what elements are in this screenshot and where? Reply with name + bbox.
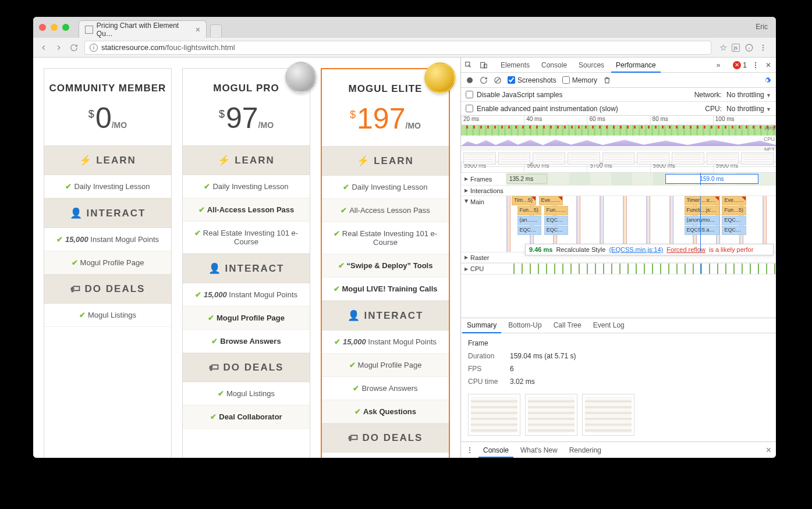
drawer-tab-event-log[interactable]: Event Log xyxy=(587,318,630,333)
clear-icon[interactable] xyxy=(494,76,502,84)
close-window-button[interactable] xyxy=(39,24,46,31)
overview-thumbnail[interactable] xyxy=(707,152,739,165)
disclosure-triangle-icon[interactable]: ▶ xyxy=(464,255,468,260)
frame-label-a[interactable]: 135.2 ms xyxy=(506,174,547,184)
check-icon: ✔ xyxy=(354,407,361,416)
reload-icon[interactable] xyxy=(69,43,79,52)
raster-row[interactable]: ▶Raster xyxy=(461,252,776,263)
network-select[interactable]: No throttling ▼ xyxy=(726,91,771,99)
frame-label-b[interactable]: 159.0 ms xyxy=(665,174,758,184)
error-indicator[interactable]: ✕1 xyxy=(733,61,747,69)
bookmark-icon[interactable]: ☆ xyxy=(719,42,727,53)
overview-thumbnail[interactable] xyxy=(568,152,600,165)
site-info-icon[interactable]: i xyxy=(90,44,98,52)
new-tab-button[interactable] xyxy=(210,24,222,37)
svg-point-15 xyxy=(469,447,470,448)
devtools-tab-performance[interactable]: Performance xyxy=(610,58,662,72)
overview-thumbnail[interactable] xyxy=(533,152,565,165)
close-drawer-icon[interactable]: × xyxy=(766,445,771,455)
paint-checkbox[interactable] xyxy=(466,105,473,112)
flame-entry[interactable]: Fun…35) xyxy=(544,206,569,215)
section-head: ⚡LEARN xyxy=(183,145,310,175)
interactions-row[interactable]: ▶Interactions xyxy=(461,186,776,196)
console-drawer-tab-what-s-new[interactable]: What's New xyxy=(515,443,563,457)
url-field[interactable]: i staticresource.com/fouc-lightswitch.ht… xyxy=(84,41,711,55)
drawer-tab-summary[interactable]: Summary xyxy=(461,318,502,333)
overview-thumbnail[interactable] xyxy=(637,152,669,165)
overview-thumbnail[interactable] xyxy=(672,152,704,165)
zoom-window-button[interactable] xyxy=(62,24,69,31)
drawer-tab-bottom-up[interactable]: Bottom-Up xyxy=(502,318,547,333)
overview-thumbnail[interactable] xyxy=(741,152,774,165)
overview-timeline[interactable]: 20 ms40 ms60 ms80 ms100 ms FPS CPU NET xyxy=(461,116,776,162)
close-devtools-icon[interactable]: ✕ xyxy=(764,61,772,69)
flame-entry[interactable]: Functi…js:35) xyxy=(685,206,719,215)
devtools-menu-icon[interactable] xyxy=(751,61,760,69)
flame-entry[interactable]: (an…us) xyxy=(517,216,542,225)
memory-toggle[interactable]: Memory xyxy=(562,76,597,84)
drawer-menu-icon[interactable] xyxy=(466,446,474,454)
devtools-tab-elements[interactable]: Elements xyxy=(495,58,536,72)
close-tab-icon[interactable]: × xyxy=(196,25,200,34)
forward-icon[interactable] xyxy=(54,43,63,52)
cpu-row[interactable]: ▶CPU xyxy=(461,263,776,275)
screenshots-toggle[interactable]: Screenshots xyxy=(508,76,556,84)
disclosure-triangle-icon[interactable]: ▶ xyxy=(464,266,468,272)
extension-info-icon[interactable] xyxy=(744,43,754,52)
flame-entry[interactable]: Eve…ze) xyxy=(539,196,563,205)
disclosure-triangle-icon[interactable]: ▶ xyxy=(464,200,469,203)
main-row[interactable]: ▶Main Tim…5)Eve…ze)Fun…5)Fun…35)(an…us)E… xyxy=(461,196,776,252)
frames-row[interactable]: ▶Frames 135.2 ms 159.0 ms xyxy=(461,173,776,186)
summary-thumb[interactable] xyxy=(525,394,577,436)
cpu-select[interactable]: No throttling ▼ xyxy=(726,105,771,113)
memory-checkbox[interactable] xyxy=(562,76,570,84)
reload-record-icon[interactable] xyxy=(480,76,488,84)
overflow-tabs[interactable]: » xyxy=(711,58,726,72)
summary-thumb[interactable] xyxy=(582,394,634,436)
flame-chart[interactable]: 5500 ms5600 ms5700 ms5800 ms5900 ms ▶Fra… xyxy=(461,162,776,318)
check-icon: ✔ xyxy=(349,361,356,369)
console-drawer-tab-rendering[interactable]: Rendering xyxy=(563,443,607,457)
flame-entry[interactable]: EQC…tle xyxy=(544,216,569,225)
disable-js-checkbox[interactable] xyxy=(466,91,473,98)
overview-thumbnail[interactable] xyxy=(463,152,496,165)
flame-entry[interactable]: Fun…5) xyxy=(722,206,746,215)
ruler-tick: 40 ms xyxy=(524,116,587,124)
flame-entry[interactable]: Fun…5) xyxy=(517,206,542,215)
devtools-tab-console[interactable]: Console xyxy=(536,58,573,72)
back-icon[interactable] xyxy=(39,43,48,52)
flame-entry[interactable]: EQCSS.apply xyxy=(685,226,719,235)
disclosure-triangle-icon[interactable]: ▶ xyxy=(464,188,468,193)
trash-icon[interactable] xyxy=(603,76,611,84)
flame-entry[interactable]: (anonymous) xyxy=(685,216,719,225)
extension-js-icon[interactable]: js xyxy=(732,44,740,52)
console-drawer-tabs: ConsoleWhat's NewRendering × xyxy=(461,442,776,458)
flame-entry[interactable]: Eve…ze) xyxy=(722,196,746,205)
record-icon[interactable] xyxy=(466,76,474,84)
overflow-menu-icon[interactable] xyxy=(758,43,768,52)
paint-toggle[interactable]: Enable advanced paint instrumentation (s… xyxy=(466,105,618,113)
device-toggle-icon[interactable] xyxy=(480,61,488,69)
minimize-window-button[interactable] xyxy=(51,24,58,31)
disable-js-toggle[interactable]: Disable JavaScript samples xyxy=(466,91,562,99)
summary-thumb[interactable] xyxy=(468,394,520,436)
settings-icon[interactable] xyxy=(763,76,771,84)
flame-entry[interactable]: EQC…ly xyxy=(517,226,542,235)
drawer-tab-call-tree[interactable]: Call Tree xyxy=(548,318,587,333)
overview-thumbnail[interactable] xyxy=(602,152,635,165)
devtools-tab-sources[interactable]: Sources xyxy=(573,58,610,72)
check-icon: ✔ xyxy=(334,229,340,238)
profile-name[interactable]: Eric xyxy=(756,23,768,31)
flame-entry[interactable]: Tim…5) xyxy=(512,196,536,205)
screenshots-checkbox[interactable] xyxy=(508,76,515,84)
browser-tab[interactable]: Pricing Chart with Element Qu… × xyxy=(79,20,207,38)
user-icon: 👤 xyxy=(70,208,83,219)
disclosure-triangle-icon[interactable]: ▶ xyxy=(464,176,468,181)
flame-entry[interactable]: EQC…tle xyxy=(722,216,746,225)
overview-thumbnail[interactable] xyxy=(498,152,531,165)
flame-entry[interactable]: Timer …s:35) xyxy=(685,196,719,205)
flame-entry[interactable]: EQC…ly xyxy=(722,226,746,235)
console-drawer-tab-console[interactable]: Console xyxy=(477,443,515,457)
flame-entry[interactable]: EQC…ply xyxy=(544,226,569,235)
inspect-icon[interactable] xyxy=(464,61,473,69)
